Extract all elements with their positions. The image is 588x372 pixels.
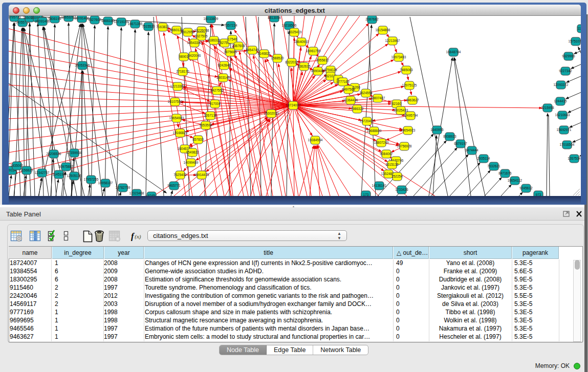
svg-text:1435061: 1435061 xyxy=(10,164,24,167)
svg-text:10543342: 10543342 xyxy=(187,41,202,45)
svg-text:15720407: 15720407 xyxy=(360,119,375,123)
svg-text:1588520: 1588520 xyxy=(271,56,284,60)
svg-text:3215958: 3215958 xyxy=(541,106,554,110)
svg-text:25302033: 25302033 xyxy=(264,112,279,115)
svg-text:1615132: 1615132 xyxy=(385,163,399,166)
svg-text:10807487: 10807487 xyxy=(371,96,385,100)
svg-text:14136141: 14136141 xyxy=(372,184,387,187)
svg-text:12975125: 12975125 xyxy=(402,83,417,87)
svg-text:19654923: 19654923 xyxy=(401,128,416,132)
svg-text:30975887: 30975887 xyxy=(59,165,74,168)
svg-text:6497568: 6497568 xyxy=(342,87,355,91)
svg-text:1653594: 1653594 xyxy=(199,123,212,127)
svg-text:16154808: 16154808 xyxy=(376,28,390,32)
svg-text:13325419: 13325419 xyxy=(287,30,302,34)
svg-text:9245612: 9245612 xyxy=(519,186,533,190)
svg-text:9327505: 9327505 xyxy=(194,34,208,38)
svg-text:12093372: 12093372 xyxy=(554,83,569,86)
svg-text:16033809: 16033809 xyxy=(204,17,219,20)
svg-text:8454749: 8454749 xyxy=(246,48,259,52)
svg-text:10756928: 10756928 xyxy=(397,144,412,148)
svg-text:8938923: 8938923 xyxy=(443,135,456,138)
svg-text:12213967: 12213967 xyxy=(385,39,400,42)
svg-text:12495794: 12495794 xyxy=(403,114,418,117)
svg-text:18807249: 18807249 xyxy=(374,141,389,144)
svg-text:857833: 857833 xyxy=(192,138,204,141)
svg-text:1549822: 1549822 xyxy=(186,150,199,154)
svg-text:8427552: 8427552 xyxy=(210,89,224,92)
svg-text:19218506: 19218506 xyxy=(282,24,297,27)
svg-text:10654112: 10654112 xyxy=(508,179,522,182)
svg-text:2087682: 2087682 xyxy=(365,17,379,21)
svg-text:1733426: 1733426 xyxy=(395,188,408,191)
svg-text:17016504: 17016504 xyxy=(560,143,575,146)
svg-text:3624554: 3624554 xyxy=(359,91,373,95)
svg-text:6466160: 6466160 xyxy=(101,19,115,23)
svg-text:17359934: 17359934 xyxy=(67,151,82,155)
svg-text:19166827: 19166827 xyxy=(173,131,188,135)
svg-text:8813054: 8813054 xyxy=(268,16,281,19)
svg-text:7515520: 7515520 xyxy=(142,25,155,28)
svg-text:9084067: 9084067 xyxy=(380,152,393,156)
svg-text:7357224: 7357224 xyxy=(224,24,237,27)
svg-text:62160: 62160 xyxy=(392,102,401,105)
svg-text:9329966: 9329966 xyxy=(562,54,575,58)
svg-text:7163822: 7163822 xyxy=(156,25,169,29)
svg-text:15692971: 15692971 xyxy=(557,128,572,132)
svg-text:9146821: 9146821 xyxy=(257,52,271,55)
svg-text:98901: 98901 xyxy=(179,55,188,58)
svg-text:9806194: 9806194 xyxy=(48,17,61,20)
svg-text:19654983: 19654983 xyxy=(169,116,184,120)
svg-text:10653267: 10653267 xyxy=(61,16,76,19)
svg-text:10025433: 10025433 xyxy=(394,108,408,112)
svg-text:16961755: 16961755 xyxy=(306,49,321,53)
svg-text:14099489: 14099489 xyxy=(184,161,199,164)
svg-text:2803144: 2803144 xyxy=(216,76,230,79)
svg-text:7955812: 7955812 xyxy=(316,58,329,62)
svg-text:21364436: 21364436 xyxy=(343,98,358,102)
svg-text:10958107: 10958107 xyxy=(98,181,113,185)
svg-text:1640955: 1640955 xyxy=(430,128,444,132)
svg-text:9242848: 9242848 xyxy=(217,63,231,67)
svg-text:20206536: 20206536 xyxy=(47,152,61,156)
svg-text:7625402: 7625402 xyxy=(173,173,187,177)
svg-text:1156829: 1156829 xyxy=(20,168,33,172)
svg-text:3267130: 3267130 xyxy=(204,114,217,117)
svg-text:8471676: 8471676 xyxy=(498,171,512,175)
svg-text:19384554: 19384554 xyxy=(308,138,323,142)
svg-text:16210643: 16210643 xyxy=(555,113,570,117)
svg-text:16782759: 16782759 xyxy=(116,186,130,189)
svg-text:1362615: 1362615 xyxy=(297,64,311,68)
svg-text:10688609: 10688609 xyxy=(367,129,382,133)
svg-text:18724007: 18724007 xyxy=(286,103,301,107)
svg-text:2718170: 2718170 xyxy=(176,70,189,73)
svg-text:2367608: 2367608 xyxy=(232,44,245,48)
svg-text:1267534: 1267534 xyxy=(568,157,581,160)
svg-text:7632621: 7632621 xyxy=(487,164,500,168)
svg-text:8990448: 8990448 xyxy=(311,69,324,73)
svg-text:1145194: 1145194 xyxy=(53,172,66,176)
svg-text:17546: 17546 xyxy=(228,37,237,41)
svg-text:3875685: 3875685 xyxy=(224,50,237,54)
svg-text:2935114: 2935114 xyxy=(477,157,490,160)
svg-text:917004: 917004 xyxy=(209,102,221,105)
svg-text:10719155: 10719155 xyxy=(114,20,129,24)
svg-text:20091406: 20091406 xyxy=(75,16,90,20)
svg-text:7485063: 7485063 xyxy=(400,68,413,72)
svg-text:9465771: 9465771 xyxy=(167,184,181,187)
svg-text:7986322: 7986322 xyxy=(351,107,364,111)
svg-text:8322037: 8322037 xyxy=(285,60,298,64)
svg-text:(x): (x) xyxy=(135,233,141,240)
svg-text:23226058: 23226058 xyxy=(194,29,209,32)
svg-text:16671355: 16671355 xyxy=(128,22,143,26)
svg-text:20053346: 20053346 xyxy=(75,63,90,67)
svg-text:6794028: 6794028 xyxy=(324,68,337,72)
svg-text:9474444: 9474444 xyxy=(465,148,478,152)
svg-text:12323468: 12323468 xyxy=(129,191,144,195)
svg-text:18640910: 18640910 xyxy=(294,40,309,43)
svg-text:9777169: 9777169 xyxy=(336,80,350,83)
svg-text:16848784: 16848784 xyxy=(446,50,461,54)
svg-text:17957255: 17957255 xyxy=(84,178,99,181)
svg-text:10973493: 10973493 xyxy=(391,55,406,59)
svg-text:12213369: 12213369 xyxy=(170,84,185,88)
